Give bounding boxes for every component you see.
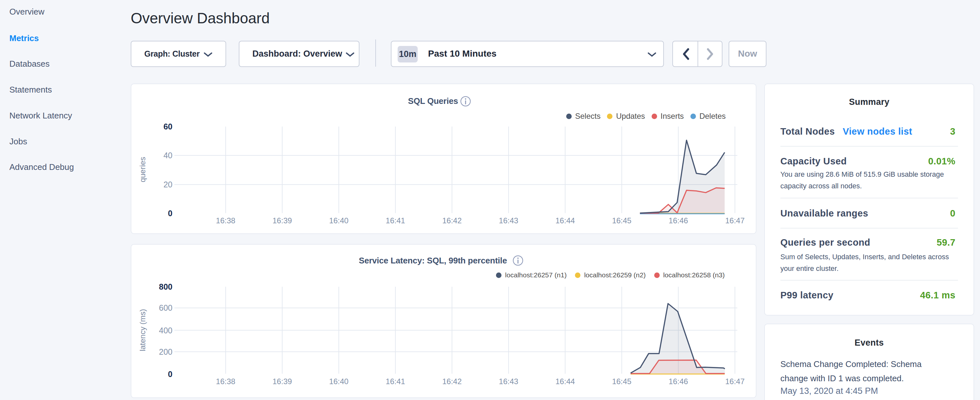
svg-text:16:43: 16:43: [499, 216, 518, 225]
svg-text:20: 20: [163, 180, 172, 189]
svg-text:16:40: 16:40: [329, 377, 348, 386]
svg-text:16:41: 16:41: [386, 377, 405, 386]
svg-text:16:42: 16:42: [442, 377, 462, 386]
svg-text:800: 800: [159, 282, 172, 291]
svg-text:16:45: 16:45: [612, 377, 632, 386]
svg-text:16:40: 16:40: [329, 216, 348, 225]
svg-text:16:46: 16:46: [669, 216, 688, 225]
svg-text:16:42: 16:42: [442, 216, 462, 225]
svg-text:16:47: 16:47: [725, 377, 745, 386]
svg-text:16:44: 16:44: [555, 377, 575, 386]
svg-text:16:43: 16:43: [499, 377, 518, 386]
svg-text:600: 600: [159, 303, 172, 312]
svg-text:0: 0: [168, 209, 172, 218]
svg-text:0: 0: [168, 370, 172, 379]
svg-text:16:39: 16:39: [272, 377, 292, 386]
svg-text:400: 400: [159, 326, 172, 335]
svg-text:queries: queries: [138, 157, 147, 183]
svg-text:40: 40: [163, 151, 172, 160]
svg-text:16:44: 16:44: [555, 216, 575, 225]
svg-text:200: 200: [159, 347, 172, 356]
svg-text:latency (ms): latency (ms): [138, 309, 147, 351]
svg-text:60: 60: [163, 122, 172, 131]
svg-text:16:45: 16:45: [612, 216, 632, 225]
svg-text:16:39: 16:39: [272, 216, 292, 225]
svg-text:16:41: 16:41: [386, 216, 405, 225]
svg-text:16:47: 16:47: [725, 216, 745, 225]
svg-text:16:38: 16:38: [216, 216, 235, 225]
svg-text:16:46: 16:46: [669, 377, 688, 386]
svg-text:16:38: 16:38: [216, 377, 235, 386]
